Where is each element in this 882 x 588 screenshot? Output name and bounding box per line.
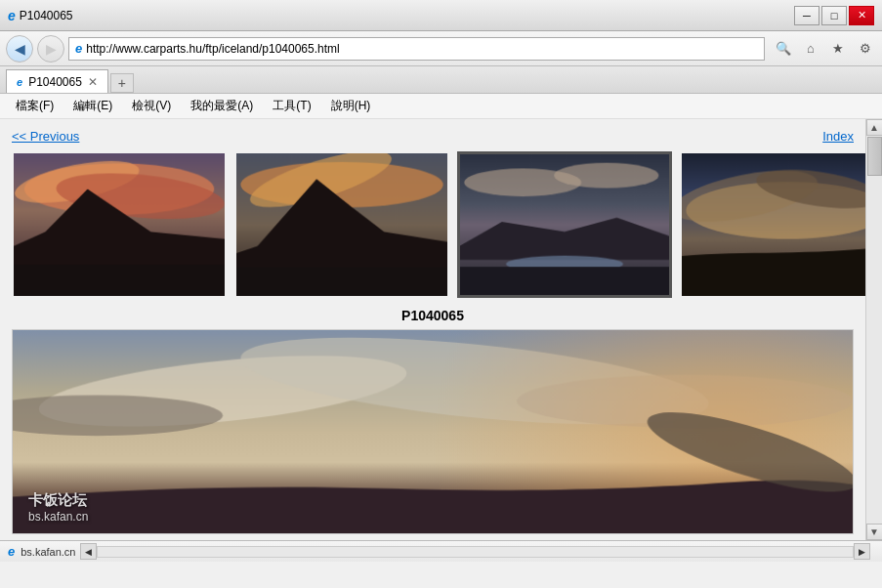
scrollbar-h[interactable]: ◀ ▶ xyxy=(80,541,871,562)
menu-file[interactable]: 檔案(F) xyxy=(6,95,63,117)
page-nav-links: << Previous Index xyxy=(12,125,854,147)
forward-button[interactable]: ▶ xyxy=(37,35,64,63)
thumbnail-3[interactable] xyxy=(457,151,672,298)
minimize-button[interactable]: ─ xyxy=(794,6,819,25)
address-text: http://www.carparts.hu/ftp/iceland/p1040… xyxy=(86,42,758,56)
status-text: bs.kafan.cn xyxy=(21,546,75,558)
hscroll-track[interactable] xyxy=(97,546,855,558)
previous-link[interactable]: << Previous xyxy=(12,129,79,144)
home-icon[interactable]: ⌂ xyxy=(800,38,821,60)
menu-help[interactable]: 說明(H) xyxy=(321,95,381,117)
menu-bar: 檔案(F) 編輯(E) 檢視(V) 我的最愛(A) 工具(T) 說明(H) xyxy=(0,94,882,119)
active-tab[interactable]: e P1040065 ✕ xyxy=(6,69,108,93)
nav-bar: ◀ ▶ e http://www.carparts.hu/ftp/iceland… xyxy=(0,31,882,66)
tab-close-button[interactable]: ✕ xyxy=(88,75,98,89)
scroll-left-button[interactable]: ◀ xyxy=(80,543,97,560)
tab-ie-icon: e xyxy=(17,76,22,88)
back-button[interactable]: ◀ xyxy=(6,35,33,63)
scroll-up-button[interactable]: ▲ xyxy=(866,119,883,136)
image-title: P1040065 xyxy=(12,308,854,323)
index-link[interactable]: Index xyxy=(822,129,854,144)
main-image-canvas xyxy=(13,330,853,533)
thumbnail-2[interactable] xyxy=(234,151,449,298)
page-inner: << Previous Index P1040065 xyxy=(0,119,865,540)
thumb-canvas-4 xyxy=(682,153,865,296)
close-button[interactable]: ✕ xyxy=(849,6,874,25)
thumb-canvas-3 xyxy=(460,154,669,295)
scrollbar-track[interactable] xyxy=(866,136,882,524)
ie-address-icon: e xyxy=(75,41,82,56)
settings-icon[interactable]: ⚙ xyxy=(855,38,876,60)
menu-edit[interactable]: 編輯(E) xyxy=(63,95,122,117)
favorite-icon[interactable]: ★ xyxy=(827,38,849,60)
thumbnail-4[interactable] xyxy=(680,151,865,298)
scrollbar-thumb[interactable] xyxy=(867,137,882,176)
menu-favorites[interactable]: 我的最愛(A) xyxy=(181,95,263,117)
status-left: e bs.kafan.cn xyxy=(8,544,76,559)
thumb-canvas-1 xyxy=(14,153,225,296)
menu-view[interactable]: 檢視(V) xyxy=(122,95,181,117)
scroll-right-button[interactable]: ▶ xyxy=(854,543,870,560)
new-tab-button[interactable]: + xyxy=(110,73,134,93)
status-bar: e bs.kafan.cn ◀ ▶ xyxy=(0,540,882,562)
nav-icons: 🔍 ⌂ ★ ⚙ xyxy=(773,38,876,60)
thumbnail-1[interactable] xyxy=(12,151,227,298)
menu-tools[interactable]: 工具(T) xyxy=(263,95,320,117)
title-bar-controls: ─ □ ✕ xyxy=(794,6,874,25)
title-bar-left: e P1040065 xyxy=(8,8,73,23)
status-ie-icon: e xyxy=(8,544,15,559)
ie-logo: e xyxy=(8,8,16,23)
search-icon[interactable]: 🔍 xyxy=(773,38,794,60)
main-image-container: 卡饭论坛 bs.kafan.cn xyxy=(12,329,854,534)
scroll-down-button[interactable]: ▼ xyxy=(866,524,883,540)
scrollbar-y[interactable]: ▲ ▼ xyxy=(865,119,882,540)
page-content-area: << Previous Index P1040065 xyxy=(0,119,882,540)
tab-label: P1040065 xyxy=(28,75,82,89)
thumb-canvas-2 xyxy=(236,153,447,296)
tab-bar: e P1040065 ✕ + xyxy=(0,66,882,94)
title-bar: e P1040065 ─ □ ✕ xyxy=(0,0,882,31)
maximize-button[interactable]: □ xyxy=(821,6,847,25)
window-title: P1040065 xyxy=(20,9,73,22)
thumbnails-row xyxy=(12,151,854,298)
address-bar[interactable]: e http://www.carparts.hu/ftp/iceland/p10… xyxy=(68,37,765,61)
